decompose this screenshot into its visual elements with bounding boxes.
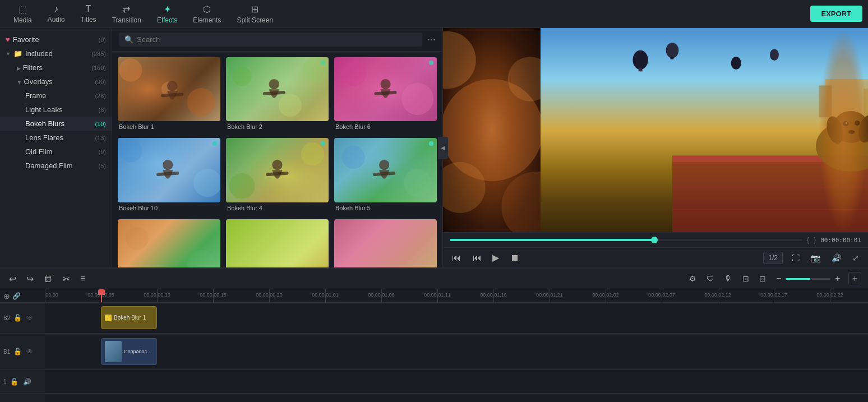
zoom-out-button[interactable]: − — [774, 272, 783, 285]
svg-point-40 — [633, 50, 648, 70]
svg-point-33 — [187, 250, 215, 267]
stop-button[interactable]: ⏹ — [508, 251, 521, 265]
effect-item-bokeh10[interactable]: Bokeh Blur 10 — [118, 138, 220, 213]
effect-item-bokeh9[interactable]: Bokeh Blur 9 — [334, 219, 437, 267]
export-button[interactable]: EXPORT — [810, 6, 862, 22]
search-box[interactable]: 🔍 — [119, 33, 422, 47]
svg-rect-43 — [671, 57, 674, 59]
step-back-button[interactable]: ⏮ — [450, 251, 463, 265]
eye-button-2[interactable]: 👁 — [25, 346, 34, 357]
favorite-count: (0) — [99, 36, 106, 43]
svg-point-29 — [404, 169, 432, 197]
delete-button[interactable]: 🗑 — [41, 272, 55, 285]
progress-container[interactable] — [450, 239, 802, 241]
nav-audio[interactable]: ♪ Audio — [40, 1, 73, 26]
nav-media[interactable]: ⬚ Media — [6, 1, 40, 27]
add-track-button[interactable]: + — [848, 272, 861, 285]
ruler-label-9: 00:00:01:21 — [536, 292, 563, 298]
frame-label: Frame — [25, 91, 47, 100]
progress-thumb[interactable] — [651, 237, 658, 243]
light-leaks-label: Light Leaks — [25, 105, 63, 114]
effect-item-bokeh5[interactable]: Bokeh Blur 5 — [334, 138, 437, 213]
zoom-in-button[interactable]: + — [833, 272, 842, 285]
fit-screen-icon[interactable]: ⛶ — [789, 251, 802, 265]
video-clip[interactable]: CappadociaHotAirBa... — [101, 338, 157, 365]
nav-titles[interactable]: T Titles — [72, 1, 104, 26]
sidebar-item-frame[interactable]: Frame (26) — [0, 89, 112, 103]
included-count: (285) — [91, 50, 106, 57]
effect-item-bokeh1[interactable]: Bokeh Blur 1 — [118, 57, 220, 132]
bracket-left: { — [807, 236, 809, 244]
nav-splitscreen[interactable]: ⊞ Split Screen — [229, 1, 281, 27]
link-icon[interactable]: 🔗 — [12, 292, 21, 300]
lens-flares-count: (13) — [95, 135, 106, 141]
chevron-down-icon-2: ▼ — [17, 80, 22, 85]
sidebar-item-overlays[interactable]: ▼ Overlays (90) — [0, 75, 112, 89]
collapse-panel-button[interactable]: ◀ — [438, 137, 448, 159]
svg-point-45 — [770, 49, 779, 61]
redo-button[interactable]: ↪ — [24, 272, 36, 285]
audio-track-row — [45, 370, 868, 394]
sidebar-item-favorite[interactable]: ♥ Favorite (0) — [0, 33, 112, 47]
caption-icon[interactable]: ⊡ — [740, 273, 751, 284]
included-label: Included — [25, 49, 53, 58]
playback-controls: ⏮ ⏭ ▶ ⏹ 1/2 ⛶ 📷 🔊 ⤢ — [443, 247, 868, 267]
effect-item-bokeh4[interactable]: Bokeh Blur 4 — [226, 138, 329, 213]
frame-back-button[interactable]: ⏭ — [470, 251, 483, 265]
svg-point-20 — [163, 160, 173, 170]
timecode-display: 00:00:00:01 — [820, 237, 861, 244]
effect-item-bokeh6[interactable]: Bokeh Blur 6 — [334, 57, 437, 132]
timeline-inner: 00:00:00:0000:00:00:0500:00:00:1000:00:0… — [45, 289, 868, 402]
lock-button-3[interactable]: 🔓 — [9, 377, 20, 387]
fullscreen-icon[interactable]: ⤢ — [850, 251, 861, 265]
svg-line-31 — [375, 173, 394, 174]
sidebar-item-lens-flares[interactable]: Lens Flares (13) — [0, 131, 112, 145]
search-input[interactable] — [137, 35, 417, 44]
effect-item-bokeh2[interactable]: Bokeh Blur 2 — [226, 57, 329, 132]
effect-track-icons: 🔓 👁 — [12, 313, 34, 323]
grid-view-icon[interactable]: ⋯ — [427, 34, 436, 45]
effect-item-bokeh7[interactable]: Bokeh Blur 7 — [118, 219, 220, 267]
zoom-slider[interactable] — [786, 278, 830, 280]
bokeh-blurs-count: (10) — [95, 121, 106, 127]
nav-transition[interactable]: ⇄ Transition — [104, 1, 149, 27]
effect-clip-label: Bokeh Blur 1 — [114, 315, 146, 321]
sidebar-item-filters[interactable]: ▶ Filters (160) — [0, 61, 112, 75]
timeline-scroll-area[interactable]: 00:00:00:0000:00:00:0500:00:00:1000:00:0… — [45, 289, 868, 402]
nav-effects[interactable]: ✦ Effects — [149, 1, 185, 27]
sidebar-item-damaged-film[interactable]: Damaged Film (5) — [0, 159, 112, 173]
page-indicator[interactable]: 1/2 — [763, 252, 783, 264]
sidebar-item-included[interactable]: ▼ 📁 Included (285) — [0, 47, 112, 61]
effect-clip-bokeh1[interactable]: Bokeh Blur 1 — [101, 306, 157, 329]
ruler-label-0: 00:00:00:00 — [45, 292, 58, 298]
render-icon[interactable]: ⚙ — [687, 273, 699, 284]
sidebar-item-light-leaks[interactable]: Light Leaks (8) — [0, 103, 112, 117]
add-clip-icon[interactable]: ⊕ — [3, 292, 10, 301]
shield-icon[interactable]: 🛡 — [704, 273, 717, 284]
snapshot-icon[interactable]: 📷 — [809, 251, 823, 265]
overlays-label: Overlays — [24, 77, 53, 86]
svg-point-24 — [301, 142, 324, 165]
split-view-icon[interactable]: ⊟ — [757, 273, 768, 284]
volume-track-button[interactable]: 🔊 — [22, 377, 33, 387]
eye-button[interactable]: 👁 — [25, 313, 34, 323]
lock-button[interactable]: 🔓 — [12, 313, 23, 323]
effects-panel: 🔍 ⋯ — [112, 28, 443, 267]
svg-line-11 — [265, 93, 284, 94]
effect-item-bokeh8[interactable]: Bokeh Blur 8 — [226, 219, 329, 267]
volume-icon[interactable]: 🔊 — [829, 251, 843, 265]
ruler-label-12: 00:00:02:12 — [704, 292, 731, 298]
nav-elements[interactable]: ⬡ Elements — [185, 1, 229, 27]
timeline: ↩ ↪ 🗑 ✂ ≡ ⚙ 🛡 🎙 ⊡ ⊟ − + + ⊕ 🔗 — [0, 267, 868, 402]
undo-button[interactable]: ↩ — [7, 272, 19, 285]
sidebar-item-bokeh-blurs[interactable]: Bokeh Blurs (10) — [0, 117, 112, 131]
play-button[interactable]: ▶ — [490, 250, 501, 265]
settings-button[interactable]: ≡ — [78, 272, 87, 285]
svg-point-4 — [167, 81, 177, 91]
mic-icon[interactable]: 🎙 — [722, 273, 735, 284]
chevron-right-icon: ▶ — [17, 66, 21, 71]
cut-button[interactable]: ✂ — [61, 272, 72, 285]
timeline-body: ⊕ 🔗 B2 🔓 👁 B1 🔓 👁 1 🔓 — [0, 289, 868, 402]
sidebar-item-old-film[interactable]: Old Film (9) — [0, 145, 112, 159]
lock-button-2[interactable]: 🔓 — [12, 346, 23, 357]
